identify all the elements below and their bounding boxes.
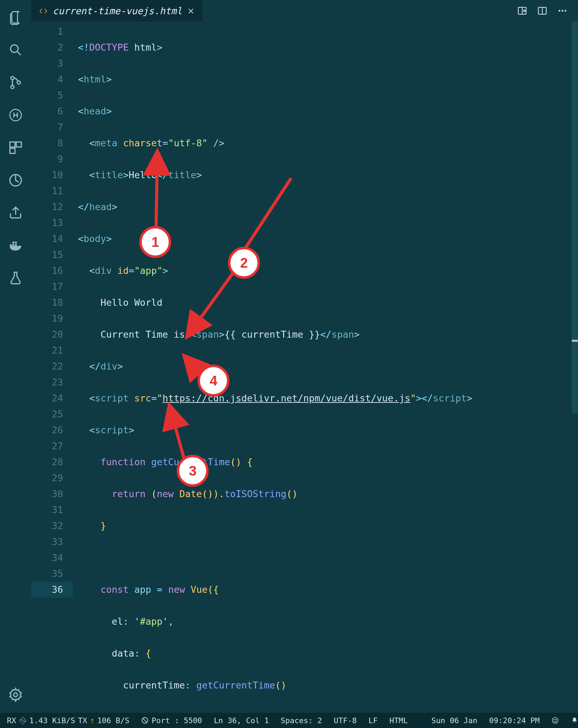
line-number: 36	[31, 582, 73, 598]
line-number: 29	[31, 470, 73, 486]
svg-rect-7	[10, 148, 15, 154]
line-number: 17	[31, 279, 73, 295]
svg-point-13	[559, 10, 560, 12]
line-number: 19	[31, 311, 73, 327]
line-number: 9	[31, 151, 73, 167]
svg-point-23	[554, 719, 555, 720]
status-date: Sun 06 Jan	[431, 716, 477, 725]
line-number: 2	[31, 40, 73, 55]
tab-filename: current-time-vuejs.html	[53, 6, 182, 16]
line-number: 21	[31, 343, 73, 358]
line-number: 33	[31, 534, 73, 550]
line-number: 12	[31, 199, 73, 215]
line-number: 15	[31, 247, 73, 263]
line-number: 7	[31, 119, 73, 135]
status-language[interactable]: HTML	[389, 716, 408, 725]
svg-point-14	[562, 10, 563, 12]
svg-point-15	[564, 10, 566, 12]
line-number: 10	[31, 167, 73, 183]
status-time: 09:20:24 PM	[489, 716, 540, 725]
tab-bar: current-time-vuejs.html	[31, 0, 578, 21]
scrollbar-thumb[interactable]	[572, 21, 578, 413]
code-editor[interactable]: 1234567891011121314151617181920212223242…	[31, 21, 578, 713]
share-icon[interactable]	[8, 205, 23, 220]
more-icon[interactable]	[557, 6, 568, 16]
annotation-bubble-4: 4	[198, 365, 229, 397]
line-number: 35	[31, 566, 73, 582]
split-editor-icon[interactable]	[537, 6, 548, 16]
search-icon[interactable]	[8, 42, 23, 58]
line-number: 1	[31, 24, 73, 40]
status-encoding[interactable]: UTF-8	[334, 716, 357, 725]
line-number: 30	[31, 486, 73, 502]
line-number: 8	[31, 135, 73, 151]
line-number: 34	[31, 550, 73, 566]
line-number: 23	[31, 374, 73, 390]
line-number: 16	[31, 263, 73, 279]
debug-disabled-icon[interactable]	[8, 107, 23, 123]
annotation-bubble-2: 2	[228, 247, 260, 279]
line-number: 18	[31, 295, 73, 311]
line-number: 26	[31, 422, 73, 438]
editor-tab[interactable]: current-time-vuejs.html	[31, 0, 202, 21]
docker-icon[interactable]	[8, 238, 23, 253]
svg-point-2	[11, 85, 14, 88]
status-eol[interactable]: LF	[369, 716, 378, 725]
beaker-icon[interactable]	[8, 270, 23, 286]
line-number: 14	[31, 231, 73, 247]
svg-point-22	[552, 717, 558, 723]
explorer-icon[interactable]	[8, 173, 23, 188]
line-number-gutter: 1234567891011121314151617181920212223242…	[31, 21, 73, 713]
line-number: 25	[31, 406, 73, 422]
svg-point-11	[524, 10, 525, 12]
line-number: 22	[31, 358, 73, 374]
svg-point-24	[556, 719, 557, 720]
annotation-bubble-3: 3	[177, 455, 209, 487]
status-port[interactable]: Port : 5500	[141, 716, 202, 725]
source-control-icon[interactable]	[8, 75, 23, 90]
split-preview-icon[interactable]	[517, 6, 527, 16]
line-number: 5	[31, 87, 73, 103]
settings-gear-icon[interactable]	[8, 687, 23, 713]
svg-point-9	[14, 693, 18, 697]
feedback-smiley-icon[interactable]	[551, 716, 559, 725]
svg-rect-6	[16, 142, 21, 147]
scrollbar-marker	[572, 340, 578, 342]
line-number: 24	[31, 390, 73, 406]
line-number: 11	[31, 183, 73, 199]
line-number: 32	[31, 518, 73, 534]
status-indentation[interactable]: Spaces: 2	[281, 716, 322, 725]
line-number: 28	[31, 454, 73, 470]
status-bar: RX ⛗ 1.43 KiB/S TX ⇡ 106 B/S Port : 5500…	[0, 713, 578, 728]
line-number: 27	[31, 438, 73, 454]
status-network-rx[interactable]: RX ⛗ 1.43 KiB/S TX ⇡ 106 B/S	[7, 716, 129, 725]
line-number: 31	[31, 502, 73, 518]
extensions-icon[interactable]	[8, 140, 23, 155]
svg-point-1	[11, 77, 14, 80]
line-number: 13	[31, 215, 73, 231]
annotation-bubble-1: 1	[139, 226, 171, 258]
svg-rect-5	[10, 142, 15, 147]
activity-bar	[0, 0, 31, 713]
status-cursor-position[interactable]: Ln 36, Col 1	[214, 716, 269, 725]
notifications-bell-icon[interactable]	[571, 716, 578, 725]
line-number: 20	[31, 327, 73, 343]
svg-point-3	[17, 81, 20, 84]
html-file-icon	[39, 7, 48, 16]
line-number: 6	[31, 103, 73, 119]
code-content[interactable]: <!DOCTYPE html> <html> <head> <meta char…	[78, 24, 571, 713]
line-number: 4	[31, 71, 73, 87]
svg-point-0	[10, 45, 18, 52]
line-number: 3	[31, 55, 73, 71]
close-icon[interactable]	[187, 7, 195, 15]
files-icon[interactable]	[8, 10, 23, 25]
